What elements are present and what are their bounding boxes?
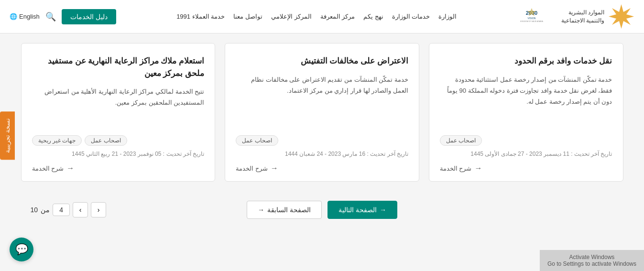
page-nav-group: ‹ › 4 من 10 [31, 202, 107, 217]
nav-approach[interactable]: نهج يكم [363, 13, 383, 20]
prev-page-label: الصفحة السابقة [267, 206, 311, 214]
language-label: English [19, 13, 40, 20]
svg-marker-0 [609, 4, 634, 29]
card-1-desc: خدمة تمكّن المنشآت من إصدار رخصة عمل است… [440, 74, 612, 108]
pagination: → الصفحة التالية الصفحة السابقة → ‹ › 4 … [21, 201, 623, 219]
card-3-date: تاريخ آخر تحديث : 05 نوفمبر 2023 - 21 رب… [32, 151, 205, 157]
card-2-date: تاريخ آخر تحديث : 16 مارس 2023 - 24 شعبا… [236, 151, 408, 157]
card-3-desc: تتيح الخدمة لمالكي مراكز الرعاية النهاري… [32, 86, 205, 108]
main-content: نقل خدمات وافد برقم الحدود خدمة تمكّن ال… [11, 33, 633, 248]
card-2-link[interactable]: → شرح الخدمة [236, 164, 408, 173]
globe-icon: 🌐 [10, 13, 17, 20]
service-card-3: استعلام ملاك مراكز الرعاية النهارية عن م… [21, 43, 216, 182]
tag-employers-2: اصحاب عمل [236, 135, 278, 146]
next-nav-button[interactable]: › [73, 202, 88, 217]
card-3-link-label: شرح الخدمة [32, 165, 64, 172]
header: الموارد البشرية والتنمية الاجتماعية 2030… [0, 0, 644, 33]
card-1-link-label: شرح الخدمة [440, 165, 472, 172]
tag-nonprofit-3: جهات غير ربحية [32, 135, 82, 146]
logo-area: الموارد البشرية والتنمية الاجتماعية [552, 3, 634, 30]
card-3-title: استعلام ملاك مراكز الرعاية النهارية عن م… [32, 55, 205, 79]
language-button[interactable]: English 🌐 [10, 13, 40, 20]
feedback-tab[interactable]: نسخة تجريبية [0, 111, 15, 160]
card-1-date: تاريخ آخر تحديث : 11 ديسمبر 2023 - 27 جم… [440, 151, 612, 157]
arrow-icon-1: → [474, 164, 482, 173]
svg-text:VISION: VISION [528, 17, 536, 20]
service-card-2: الاعتراض على مخالفات التفتيش خدمة تمكّن … [225, 43, 419, 182]
card-1-tags: اصحاب عمل [440, 135, 612, 146]
nav-knowledge[interactable]: مركز المعرفة [320, 13, 355, 20]
card-2-link-label: شرح الخدمة [236, 165, 268, 172]
prev-nav-button[interactable]: ‹ [91, 202, 106, 217]
tag-employers-3: اصحاب عمل [85, 135, 127, 146]
nav-ministry-services[interactable]: خدمات الوزارة [392, 13, 430, 20]
header-right: الموارد البشرية والتنمية الاجتماعية 2030… [517, 3, 634, 30]
card-2-title: الاعتراض على مخالفات التفتيش [236, 55, 408, 67]
card-3-link[interactable]: → شرح الخدمة [32, 164, 205, 173]
tag-employers-1: اصحاب عمل [440, 135, 482, 146]
next-page-button[interactable]: → الصفحة التالية [327, 201, 397, 219]
main-nav: الوزارة خدمات الوزارة نهج يكم مركز المعر… [176, 13, 457, 20]
card-3-tags: اصحاب عمل جهات غير ربحية [32, 135, 205, 146]
svg-text:KINGDOM OF SAUDI ARABIA: KINGDOM OF SAUDI ARABIA [520, 21, 544, 22]
card-2-desc: خدمة تمكّن المنشآت من تقديم الاعتراض على… [236, 74, 408, 97]
card-2-tags: اصحاب عمل [236, 135, 408, 146]
card-1-link[interactable]: → شرح الخدمة [440, 164, 612, 173]
brand-text: الموارد البشرية والتنمية الاجتماعية [552, 9, 604, 25]
search-button[interactable]: 🔍 [45, 11, 56, 22]
vision-2030-logo-icon: 2030 VISION KINGDOM OF SAUDI ARABIA [517, 6, 546, 27]
current-page-number: 4 [53, 204, 70, 216]
nav-ministry[interactable]: الوزارة [438, 13, 457, 20]
prev-arrow-icon: → [258, 206, 264, 214]
next-arrow-icon: → [380, 206, 386, 214]
total-pages: 10 [31, 206, 38, 214]
prev-page-button[interactable]: الصفحة السابقة → [247, 201, 322, 219]
cards-grid: نقل خدمات وافد برقم الحدود خدمة تمكّن ال… [21, 43, 623, 182]
brand-logo-icon [608, 3, 634, 30]
services-guide-button[interactable]: دليل الخدمات [62, 9, 116, 24]
next-page-label: الصفحة التالية [338, 206, 377, 214]
nav-media[interactable]: المركز الإعلامي [271, 13, 312, 20]
card-1-title: نقل خدمات وافد برقم الحدود [440, 55, 612, 67]
nav-customer[interactable]: خدمة العملاء 1991 [176, 13, 225, 20]
chat-icon: 💬 [15, 243, 28, 248]
vision-logo: 2030 VISION KINGDOM OF SAUDI ARABIA [517, 6, 546, 27]
header-left: دليل الخدمات 🔍 English 🌐 [10, 9, 116, 24]
nav-contact[interactable]: تواصل معنا [233, 13, 262, 20]
service-card-1: نقل خدمات وافد برقم الحدود خدمة تمكّن ال… [429, 43, 623, 182]
arrow-icon-2: → [271, 164, 278, 173]
page-from-label: من [41, 206, 50, 214]
arrow-icon-3: → [66, 164, 74, 173]
